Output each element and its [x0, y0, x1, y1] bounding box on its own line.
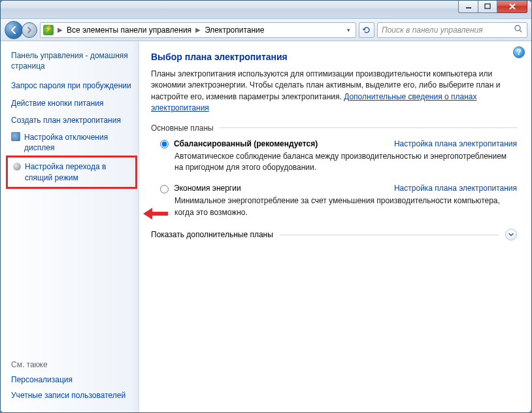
address-dropdown[interactable]: ▾: [344, 27, 353, 33]
chevron-down-icon: [505, 229, 517, 240]
address-toolbar: ▶ Все элементы панели управления ▶ Элект…: [1, 19, 531, 41]
sidebar-link-label: Настройка отключения дисплея: [24, 132, 132, 153]
svg-point-2: [515, 25, 520, 31]
sidebar-link-sleep-settings[interactable]: Настройка перехода в спящий режим: [13, 161, 130, 182]
plan-name: Сбалансированный (рекомендуется): [174, 139, 318, 148]
chevron-right-icon: ▶: [194, 26, 202, 33]
svg-rect-0: [466, 7, 471, 8]
close-button[interactable]: [497, 0, 527, 13]
radio-input[interactable]: [160, 140, 169, 148]
back-button[interactable]: [5, 21, 23, 39]
divider: [280, 235, 499, 235]
titlebar: [1, 1, 531, 19]
plan-description: Минимальное энергопотребление за счет ум…: [175, 195, 517, 218]
page-intro: Планы электропитания используются для оп…: [151, 69, 517, 114]
plan-radio-balanced[interactable]: Сбалансированный (рекомендуется): [160, 139, 318, 148]
sidebar-link-create-plan[interactable]: Создать план электропитания: [11, 115, 132, 125]
radio-input[interactable]: [160, 185, 169, 193]
search-box[interactable]: Поиск в панели управления: [377, 22, 527, 38]
sidebar-link-password-wake[interactable]: Запрос пароля при пробуждении: [11, 80, 132, 91]
highlighted-annotation: Настройка перехода в спящий режим: [6, 156, 137, 188]
nav-buttons: [5, 21, 37, 39]
plan-balanced: Сбалансированный (рекомендуется) Настрой…: [160, 139, 517, 174]
refresh-button[interactable]: [359, 22, 374, 38]
show-additional-plans[interactable]: Показать дополнительные планы: [151, 229, 517, 240]
window-buttons: [458, 0, 527, 13]
chevron-right-icon: ▶: [56, 26, 64, 33]
plan-head: Сбалансированный (рекомендуется) Настрой…: [160, 139, 517, 148]
svg-rect-1: [485, 4, 490, 8]
address-bar[interactable]: ▶ Все элементы панели управления ▶ Элект…: [40, 22, 356, 38]
plan-name: Экономия энергии: [174, 184, 241, 193]
sidebar-link-power-button-action[interactable]: Действие кнопки питания: [11, 98, 132, 108]
breadcrumb-2[interactable]: Электропитание: [205, 25, 264, 35]
section-heading-main-plans: Основные планы: [151, 124, 517, 133]
expander-label: Показать дополнительные планы: [151, 230, 273, 239]
minimize-button[interactable]: [458, 0, 478, 13]
page-title: Выбор плана электропитания: [151, 52, 517, 62]
body: ? Панель управления - домашняя страница …: [1, 41, 531, 412]
plan-radio-power-saver[interactable]: Экономия энергии: [160, 184, 241, 193]
window: ▶ Все элементы панели управления ▶ Элект…: [0, 0, 532, 413]
sidebar-link-label: Настройка перехода в спящий режим: [25, 161, 130, 182]
see-also-user-accounts[interactable]: Учетные записи пользователей: [11, 390, 132, 401]
see-also-heading: См. также: [11, 360, 132, 369]
plan-settings-link[interactable]: Настройка плана электропитания: [394, 139, 517, 148]
breadcrumb-1[interactable]: Все элементы панели управления: [67, 25, 191, 35]
divider: [219, 127, 517, 128]
maximize-button[interactable]: [478, 0, 497, 13]
see-also-personalization[interactable]: Персонализация: [11, 374, 132, 385]
forward-button[interactable]: [22, 22, 37, 38]
plan-head: Экономия энергии Настройка плана электро…: [160, 184, 517, 193]
sidebar-home-link[interactable]: Панель управления - домашняя страница: [11, 50, 132, 71]
sidebar-link-display-off[interactable]: Настройка отключения дисплея: [11, 132, 132, 153]
search-icon: [514, 24, 523, 35]
search-placeholder: Поиск в панели управления: [382, 25, 483, 35]
section-label: Основные планы: [151, 124, 214, 133]
sidebar: Панель управления - домашняя страница За…: [1, 41, 139, 412]
plan-power-saver: Экономия энергии Настройка плана электро…: [160, 184, 517, 218]
main-content: Выбор плана электропитания Планы электро…: [139, 41, 531, 412]
plan-settings-link[interactable]: Настройка плана электропитания: [394, 184, 517, 193]
control-panel-icon: [43, 25, 54, 35]
plan-description: Автоматическое соблюдение баланса между …: [175, 151, 517, 174]
dot-icon: [13, 163, 21, 171]
shield-icon: [11, 132, 20, 141]
